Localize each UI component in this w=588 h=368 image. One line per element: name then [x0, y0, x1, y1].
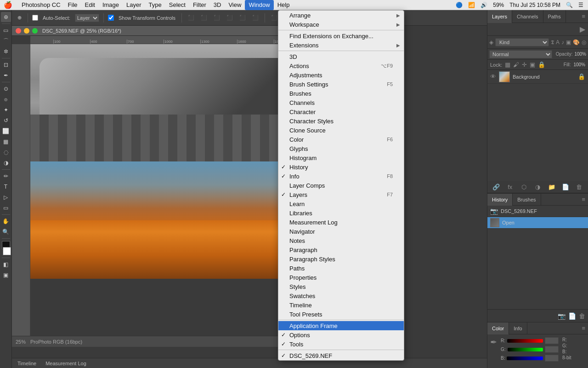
- canvas-image[interactable]: [30, 44, 288, 279]
- fg-eyedropper-icon[interactable]: ✒: [490, 337, 497, 362]
- tab-color[interactable]: Color: [487, 322, 509, 334]
- blend-mode-dropdown[interactable]: Normal: [489, 50, 552, 58]
- zoom-tool[interactable]: 🔍: [1, 227, 11, 237]
- menu-color[interactable]: Color F6: [278, 135, 404, 144]
- lasso-tool[interactable]: ⌒: [1, 36, 11, 46]
- history-brush-tool[interactable]: ↺: [1, 115, 11, 126]
- window-menu-panel[interactable]: Arrange Workspace Find Extensions on Exc…: [278, 10, 404, 361]
- play-btn[interactable]: ▶: [580, 25, 585, 34]
- menu-dsc-file[interactable]: DSC_5269.NEF: [278, 351, 404, 360]
- menu-adjustments[interactable]: Adjustments: [278, 70, 404, 80]
- filter-toggle-5[interactable]: 🎨: [573, 39, 580, 46]
- opacity-value[interactable]: 100%: [574, 52, 586, 57]
- tab-channels[interactable]: Channels: [512, 10, 543, 23]
- add-style-btn[interactable]: fx: [505, 183, 514, 192]
- red-value[interactable]: [545, 337, 559, 344]
- menu-tool-presets[interactable]: Tool Presets: [278, 310, 404, 319]
- menu-tools[interactable]: Tools: [278, 339, 404, 349]
- link-layers-btn[interactable]: 🔗: [492, 183, 501, 192]
- add-mask-btn[interactable]: ⬡: [519, 183, 528, 192]
- tab-paths[interactable]: Paths: [543, 10, 566, 23]
- align-top-btn[interactable]: ⬛: [225, 14, 235, 22]
- blue-value[interactable]: [545, 355, 559, 362]
- delete-history-btn[interactable]: 🗑: [579, 312, 585, 320]
- menu-properties[interactable]: Properties: [278, 273, 404, 282]
- layer-row[interactable]: 👁 Background 🔒: [487, 70, 588, 84]
- menu-options[interactable]: Options: [278, 330, 404, 339]
- new-group-btn[interactable]: 📁: [547, 183, 556, 192]
- menubar-photoshop[interactable]: Photoshop CC: [18, 0, 64, 10]
- history-panel-expand[interactable]: ≡: [579, 196, 588, 203]
- delete-layer-btn[interactable]: 🗑: [575, 183, 584, 192]
- menu-application-frame[interactable]: Application Frame: [278, 321, 404, 330]
- green-value[interactable]: [545, 346, 559, 353]
- menubar-window[interactable]: Window: [245, 0, 273, 10]
- blur-tool[interactable]: ◌: [1, 147, 11, 157]
- menubar-image[interactable]: Image: [99, 0, 123, 10]
- menu-clone-source[interactable]: Clone Source: [278, 126, 404, 135]
- type-tool[interactable]: T: [1, 182, 11, 192]
- tab-brushes[interactable]: Brushes: [513, 194, 541, 206]
- tab-layers[interactable]: Layers: [487, 10, 512, 23]
- color-panel-expand[interactable]: ≡: [579, 325, 588, 332]
- new-layer-btn[interactable]: 📄: [561, 183, 570, 192]
- gradient-tool[interactable]: ▦: [1, 137, 11, 147]
- menu-history[interactable]: History: [278, 162, 404, 172]
- auto-select-checkbox[interactable]: [32, 15, 38, 21]
- align-bottom-btn[interactable]: ⬛: [250, 14, 260, 22]
- menu-layers[interactable]: Layers F7: [278, 190, 404, 199]
- menu-channels[interactable]: Channels: [278, 98, 404, 107]
- show-transform-checkbox[interactable]: [108, 15, 114, 21]
- menu-character[interactable]: Character: [278, 107, 404, 116]
- menu-swatches[interactable]: Swatches: [278, 291, 404, 300]
- eraser-tool[interactable]: ⬜: [1, 126, 11, 136]
- quick-mask-toggle[interactable]: ◧: [1, 259, 11, 270]
- menu-navigator[interactable]: Navigator: [278, 227, 404, 236]
- menu-styles[interactable]: Styles: [278, 282, 404, 291]
- menu-paragraph-styles[interactable]: Paragraph Styles: [278, 254, 404, 264]
- minimize-button[interactable]: [24, 28, 29, 34]
- green-slider[interactable]: [508, 348, 543, 351]
- menubar-select[interactable]: Select: [165, 0, 189, 10]
- menu-3d[interactable]: 3D: [278, 52, 404, 61]
- menu-libraries[interactable]: Libraries: [278, 208, 404, 218]
- screen-mode-toggle[interactable]: ▣: [1, 270, 11, 280]
- pen-tool[interactable]: ✏: [1, 171, 11, 181]
- new-from-snapshot-btn[interactable]: 📄: [568, 312, 576, 320]
- clone-stamp-tool[interactable]: ✦: [1, 105, 11, 115]
- lock-all-btn[interactable]: 🔒: [538, 61, 545, 68]
- menubar-type[interactable]: Type: [145, 0, 165, 10]
- eyedropper-tool[interactable]: ✒: [1, 70, 11, 80]
- move-tool[interactable]: ⊕: [1, 12, 11, 22]
- menubar-filter[interactable]: Filter: [189, 0, 210, 10]
- filter-toggle-4[interactable]: ▣: [566, 39, 571, 46]
- lock-paint-btn[interactable]: 🖌: [513, 61, 519, 68]
- menu-learn[interactable]: Learn: [278, 199, 404, 208]
- hand-tool[interactable]: ✋: [1, 216, 11, 226]
- auto-select-dropdown[interactable]: Layer Group: [75, 14, 99, 22]
- menu-actions[interactable]: Actions ⌥F9: [278, 61, 404, 70]
- filter-toggle-3[interactable]: ♪: [561, 39, 564, 46]
- background-color-swatch[interactable]: [3, 247, 11, 255]
- align-center-btn[interactable]: ⬛: [199, 14, 209, 22]
- filter-on-off[interactable]: ◎: [582, 39, 586, 46]
- menu-arrange[interactable]: Arrange: [278, 11, 404, 20]
- menu-histogram[interactable]: Histogram: [278, 153, 404, 162]
- spot-heal-tool[interactable]: ⊙: [1, 84, 11, 94]
- menu-measurement-log[interactable]: Measurement Log: [278, 218, 404, 227]
- apple-menu[interactable]: 🍎: [4, 1, 12, 9]
- menu-notes[interactable]: Notes: [278, 236, 404, 245]
- menu-extensions[interactable]: Extensions: [278, 40, 404, 50]
- menu-character-styles[interactable]: Character Styles: [278, 116, 404, 126]
- align-right-btn[interactable]: ⬛: [212, 14, 222, 22]
- menubar-view[interactable]: View: [225, 0, 245, 10]
- menubar-file[interactable]: File: [64, 0, 81, 10]
- timeline-tab[interactable]: Timeline: [16, 361, 38, 366]
- search-icon[interactable]: 🔍: [566, 2, 573, 8]
- menu-find-extensions[interactable]: Find Extensions on Exchange...: [278, 31, 404, 40]
- notification-icon[interactable]: ☰: [578, 2, 583, 8]
- path-select-tool[interactable]: ▷: [1, 192, 11, 202]
- menu-timeline[interactable]: Timeline: [278, 300, 404, 310]
- menubar-edit[interactable]: Edit: [81, 0, 99, 10]
- brush-tool[interactable]: ⌾: [1, 94, 11, 104]
